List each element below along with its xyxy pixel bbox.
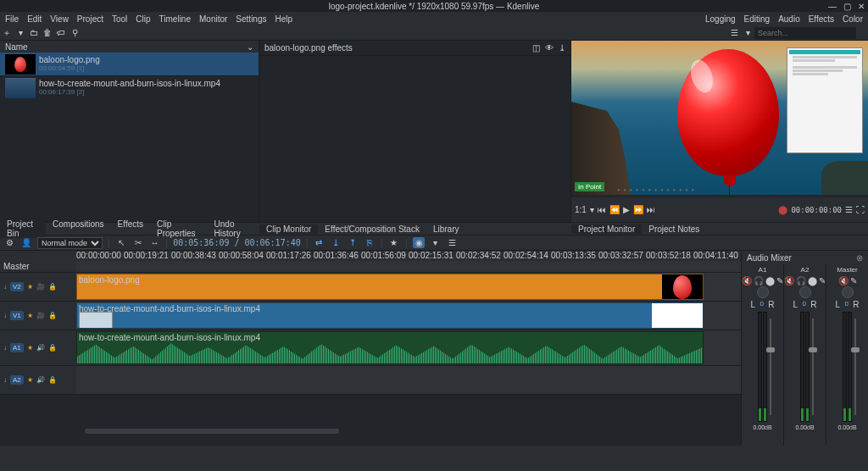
tab-project-bin[interactable]: Project Bin [0, 219, 46, 238]
track-label-a1[interactable]: A1 [10, 343, 24, 352]
maximize-icon[interactable]: ▢ [843, 2, 851, 11]
tab-project-monitor[interactable]: Project Monitor [571, 224, 642, 234]
chevron-down-icon[interactable]: ▾ [590, 205, 594, 214]
master-track-label[interactable]: Master [3, 262, 30, 271]
lock-icon[interactable]: 🔒 [48, 283, 57, 291]
menu-tool[interactable]: Tool [112, 14, 127, 24]
record-icon[interactable]: ⬤ [778, 205, 787, 214]
tab-effect-stack[interactable]: Effect/Composition Stack [318, 224, 426, 234]
db-value[interactable]: 0.00dB [837, 424, 856, 430]
mix-icon[interactable]: ⇄ [313, 238, 325, 247]
star-icon[interactable]: ★ [27, 376, 33, 384]
menu-file[interactable]: File [5, 14, 19, 24]
star-icon[interactable]: ★ [27, 283, 33, 291]
layout-logging[interactable]: Logging [705, 14, 736, 24]
edit-mode-select[interactable]: Normal mode [37, 237, 103, 249]
filter-icon[interactable]: ⚲ [68, 26, 81, 40]
rec-icon[interactable]: ⬤ [765, 276, 775, 285]
split-view-icon[interactable]: ◫ [532, 43, 540, 53]
menu-settings[interactable]: Settings [236, 14, 266, 24]
favorite-icon[interactable]: ★ [388, 238, 400, 247]
mute-icon[interactable]: 🔊 [36, 344, 45, 352]
star-icon[interactable]: ★ [27, 312, 33, 319]
zoom-label[interactable]: 1:1 [575, 205, 587, 214]
track-label-a2[interactable]: A2 [10, 375, 24, 385]
expand-icon[interactable]: ↓ [3, 376, 7, 384]
monitor-timecode[interactable]: 00:00:00:00 [791, 206, 842, 214]
tab-project-notes[interactable]: Project Notes [642, 224, 706, 234]
overwrite-icon[interactable]: ⎘ [364, 238, 376, 247]
timeline-position[interactable]: 00:05:36:09 [173, 238, 229, 247]
expand-icon[interactable]: ↓ [3, 312, 7, 319]
bin-item[interactable]: how-to-create-mount-and-burn-isos-in-lin… [0, 76, 259, 100]
expand-icon[interactable]: ↓ [3, 283, 7, 291]
forward-icon[interactable]: ⏩ [633, 205, 643, 214]
track-label-v2[interactable]: V2 [10, 282, 24, 291]
zone-in-icon[interactable]: ⤓ [330, 238, 342, 247]
lock-icon[interactable]: 🔒 [48, 376, 57, 384]
fader-handle[interactable] [851, 347, 860, 352]
fx-icon[interactable]: ✎ [819, 276, 826, 285]
timeline-clip[interactable]: how-to-create-mount-and-burn-isos-in-lin… [76, 331, 704, 364]
timeline-ruler[interactable]: 00:00:00:0000:00:19:2100:00:38:4300:00:5… [0, 251, 741, 261]
db-value[interactable]: 0.00dB [795, 424, 814, 430]
rewind-icon[interactable]: ⏪ [609, 205, 620, 214]
lock-icon[interactable]: 🔒 [48, 312, 57, 319]
mute-icon[interactable]: 🔇 [838, 276, 849, 285]
solo-icon[interactable]: 🎧 [754, 276, 764, 285]
menu-help[interactable]: Help [275, 14, 293, 24]
mute-icon[interactable]: 🎥 [36, 312, 45, 319]
menu-clip[interactable]: Clip [136, 14, 150, 24]
tab-clip-monitor[interactable]: Clip Monitor [259, 224, 318, 234]
layout-effects[interactable]: Effects [809, 14, 834, 24]
db-value[interactable]: 0.00dB [753, 424, 771, 430]
pan-knob[interactable] [799, 286, 811, 298]
solo-icon[interactable]: 🎧 [796, 276, 806, 285]
show-audio-icon[interactable]: ☰ [447, 238, 459, 247]
mute-icon[interactable]: 🎥 [36, 283, 45, 291]
mute-icon[interactable]: 🔇 [742, 276, 752, 285]
list-view-icon[interactable]: ☰ [727, 26, 741, 40]
chevron-down-icon[interactable]: ▾ [14, 26, 27, 40]
search-input[interactable] [754, 27, 856, 39]
track-label-v1[interactable]: V1 [10, 311, 24, 320]
bin-item[interactable]: baloon-logo.png 00:00:04:59 [1] [0, 53, 259, 76]
horizontal-scrollbar[interactable] [85, 429, 339, 434]
menu-project[interactable]: Project [77, 14, 103, 24]
minimize-icon[interactable]: — [828, 2, 837, 11]
selection-tool-icon[interactable]: ↖ [115, 238, 127, 247]
layout-color[interactable]: Color [843, 14, 863, 24]
menu-monitor[interactable]: Monitor [199, 14, 227, 24]
layout-audio[interactable]: Audio [778, 14, 800, 24]
fader-handle[interactable] [766, 347, 775, 352]
track-menu-icon[interactable]: 👤 [20, 238, 32, 247]
expand-icon[interactable]: ↓ [3, 344, 7, 352]
menu-timeline[interactable]: Timeline [159, 14, 191, 24]
fader-handle[interactable] [809, 347, 817, 352]
tab-undo-history[interactable]: Undo History [208, 219, 259, 238]
fx-icon[interactable]: ✎ [776, 276, 783, 285]
timeline-clip[interactable]: how-to-create-mount-and-burn-isos-in-lin… [76, 302, 704, 329]
bin-column-name[interactable]: Name [5, 42, 28, 52]
chevron-down-icon[interactable]: ▾ [430, 238, 442, 247]
razor-tool-icon[interactable]: ✂ [132, 238, 144, 247]
fullscreen-icon[interactable]: ⛶ [856, 205, 865, 214]
mute-icon[interactable]: 🔊 [36, 376, 45, 384]
monitor-viewport[interactable]: In Point ● ● ● ● ● ● ● ● ● ● ● ● ● [571, 41, 868, 195]
add-clip-icon[interactable]: ＋ [0, 26, 14, 40]
close-panel-icon[interactable]: ⊗ [856, 253, 863, 263]
lock-icon[interactable]: 🔒 [48, 344, 57, 352]
rec-icon[interactable]: ⬤ [808, 276, 817, 285]
play-icon[interactable]: ▶ [623, 205, 630, 214]
pan-knob[interactable] [842, 286, 854, 298]
view-menu-icon[interactable]: ▾ [741, 26, 754, 40]
mute-icon[interactable]: 🔇 [784, 276, 794, 285]
menu-edit[interactable]: Edit [27, 14, 42, 24]
tab-library[interactable]: Library [426, 224, 466, 234]
layout-editing[interactable]: Editing [744, 14, 771, 24]
menu-view[interactable]: View [50, 14, 69, 24]
chevron-down-icon[interactable]: ⌄ [247, 42, 253, 52]
timeline-clip[interactable]: baloon-logo.png [76, 274, 704, 300]
delete-icon[interactable]: 🗑 [41, 26, 54, 40]
zone-out-icon[interactable]: ⤒ [347, 238, 359, 247]
